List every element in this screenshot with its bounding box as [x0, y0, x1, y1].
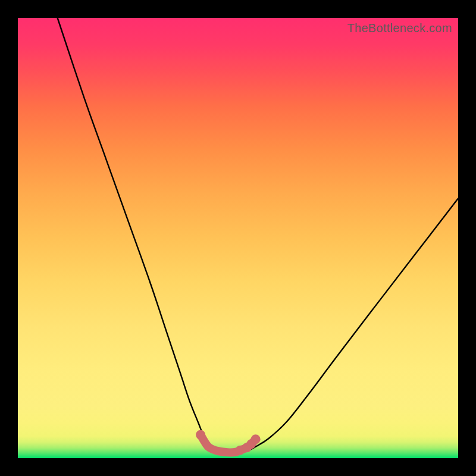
main-curve — [58, 18, 458, 453]
chart-frame: TheBottleneck.com — [0, 0, 476, 476]
bottom-dot — [196, 430, 205, 440]
plot-area: TheBottleneck.com — [18, 18, 458, 458]
chart-svg — [18, 18, 458, 458]
bottom-dot — [251, 434, 261, 444]
